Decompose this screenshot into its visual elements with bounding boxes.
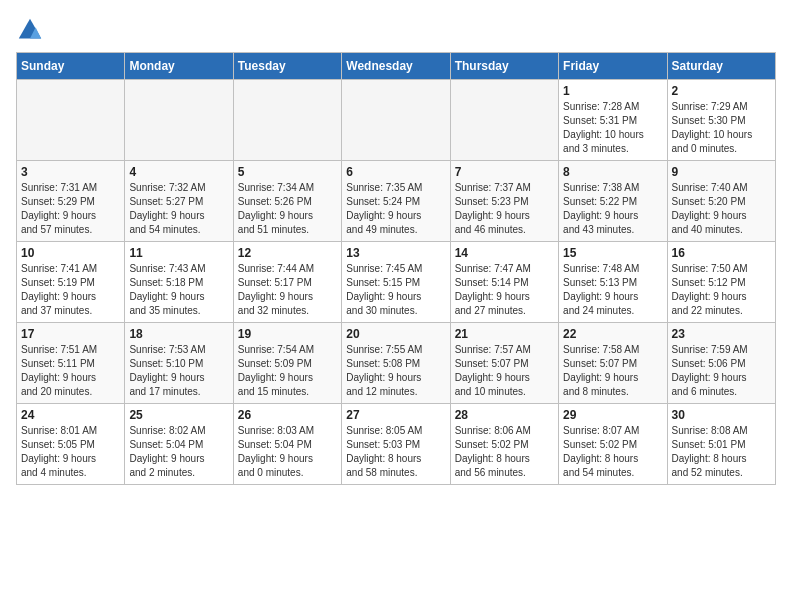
day-number: 27 — [346, 408, 445, 422]
day-number: 13 — [346, 246, 445, 260]
day-info: Sunrise: 7:32 AM Sunset: 5:27 PM Dayligh… — [129, 181, 228, 237]
calendar-cell: 5Sunrise: 7:34 AM Sunset: 5:26 PM Daylig… — [233, 161, 341, 242]
day-info: Sunrise: 7:28 AM Sunset: 5:31 PM Dayligh… — [563, 100, 662, 156]
day-number: 26 — [238, 408, 337, 422]
day-number: 8 — [563, 165, 662, 179]
day-info: Sunrise: 8:07 AM Sunset: 5:02 PM Dayligh… — [563, 424, 662, 480]
day-info: Sunrise: 7:54 AM Sunset: 5:09 PM Dayligh… — [238, 343, 337, 399]
calendar-cell: 18Sunrise: 7:53 AM Sunset: 5:10 PM Dayli… — [125, 323, 233, 404]
day-info: Sunrise: 7:50 AM Sunset: 5:12 PM Dayligh… — [672, 262, 771, 318]
day-number: 16 — [672, 246, 771, 260]
day-info: Sunrise: 7:37 AM Sunset: 5:23 PM Dayligh… — [455, 181, 554, 237]
weekday-header: Tuesday — [233, 53, 341, 80]
calendar-cell: 29Sunrise: 8:07 AM Sunset: 5:02 PM Dayli… — [559, 404, 667, 485]
weekday-header: Saturday — [667, 53, 775, 80]
day-info: Sunrise: 7:57 AM Sunset: 5:07 PM Dayligh… — [455, 343, 554, 399]
calendar-cell: 11Sunrise: 7:43 AM Sunset: 5:18 PM Dayli… — [125, 242, 233, 323]
day-info: Sunrise: 7:38 AM Sunset: 5:22 PM Dayligh… — [563, 181, 662, 237]
day-info: Sunrise: 8:05 AM Sunset: 5:03 PM Dayligh… — [346, 424, 445, 480]
calendar-cell: 26Sunrise: 8:03 AM Sunset: 5:04 PM Dayli… — [233, 404, 341, 485]
day-number: 3 — [21, 165, 120, 179]
calendar-cell: 3Sunrise: 7:31 AM Sunset: 5:29 PM Daylig… — [17, 161, 125, 242]
day-info: Sunrise: 8:02 AM Sunset: 5:04 PM Dayligh… — [129, 424, 228, 480]
calendar-cell: 22Sunrise: 7:58 AM Sunset: 5:07 PM Dayli… — [559, 323, 667, 404]
calendar-cell: 10Sunrise: 7:41 AM Sunset: 5:19 PM Dayli… — [17, 242, 125, 323]
day-info: Sunrise: 7:58 AM Sunset: 5:07 PM Dayligh… — [563, 343, 662, 399]
day-info: Sunrise: 7:29 AM Sunset: 5:30 PM Dayligh… — [672, 100, 771, 156]
calendar-cell — [450, 80, 558, 161]
logo-icon — [16, 16, 44, 44]
day-number: 14 — [455, 246, 554, 260]
day-info: Sunrise: 7:34 AM Sunset: 5:26 PM Dayligh… — [238, 181, 337, 237]
day-info: Sunrise: 7:51 AM Sunset: 5:11 PM Dayligh… — [21, 343, 120, 399]
calendar-cell: 2Sunrise: 7:29 AM Sunset: 5:30 PM Daylig… — [667, 80, 775, 161]
calendar-week-row: 3Sunrise: 7:31 AM Sunset: 5:29 PM Daylig… — [17, 161, 776, 242]
calendar-week-row: 10Sunrise: 7:41 AM Sunset: 5:19 PM Dayli… — [17, 242, 776, 323]
day-number: 17 — [21, 327, 120, 341]
calendar-cell: 27Sunrise: 8:05 AM Sunset: 5:03 PM Dayli… — [342, 404, 450, 485]
day-info: Sunrise: 8:06 AM Sunset: 5:02 PM Dayligh… — [455, 424, 554, 480]
day-number: 12 — [238, 246, 337, 260]
day-info: Sunrise: 7:45 AM Sunset: 5:15 PM Dayligh… — [346, 262, 445, 318]
calendar-cell: 12Sunrise: 7:44 AM Sunset: 5:17 PM Dayli… — [233, 242, 341, 323]
day-number: 1 — [563, 84, 662, 98]
weekday-header: Sunday — [17, 53, 125, 80]
day-info: Sunrise: 8:01 AM Sunset: 5:05 PM Dayligh… — [21, 424, 120, 480]
calendar-cell: 15Sunrise: 7:48 AM Sunset: 5:13 PM Dayli… — [559, 242, 667, 323]
page-header — [16, 16, 776, 44]
calendar-cell — [233, 80, 341, 161]
day-number: 9 — [672, 165, 771, 179]
day-number: 7 — [455, 165, 554, 179]
calendar-cell: 17Sunrise: 7:51 AM Sunset: 5:11 PM Dayli… — [17, 323, 125, 404]
day-number: 4 — [129, 165, 228, 179]
day-number: 5 — [238, 165, 337, 179]
calendar-week-row: 24Sunrise: 8:01 AM Sunset: 5:05 PM Dayli… — [17, 404, 776, 485]
calendar-cell: 28Sunrise: 8:06 AM Sunset: 5:02 PM Dayli… — [450, 404, 558, 485]
calendar-cell: 21Sunrise: 7:57 AM Sunset: 5:07 PM Dayli… — [450, 323, 558, 404]
weekday-header: Thursday — [450, 53, 558, 80]
calendar-cell: 16Sunrise: 7:50 AM Sunset: 5:12 PM Dayli… — [667, 242, 775, 323]
day-number: 2 — [672, 84, 771, 98]
calendar-cell — [342, 80, 450, 161]
day-number: 25 — [129, 408, 228, 422]
calendar-cell: 19Sunrise: 7:54 AM Sunset: 5:09 PM Dayli… — [233, 323, 341, 404]
calendar-cell — [17, 80, 125, 161]
day-number: 15 — [563, 246, 662, 260]
day-number: 20 — [346, 327, 445, 341]
day-info: Sunrise: 7:35 AM Sunset: 5:24 PM Dayligh… — [346, 181, 445, 237]
calendar-cell: 24Sunrise: 8:01 AM Sunset: 5:05 PM Dayli… — [17, 404, 125, 485]
day-number: 29 — [563, 408, 662, 422]
weekday-header: Wednesday — [342, 53, 450, 80]
day-info: Sunrise: 8:08 AM Sunset: 5:01 PM Dayligh… — [672, 424, 771, 480]
calendar-cell: 6Sunrise: 7:35 AM Sunset: 5:24 PM Daylig… — [342, 161, 450, 242]
day-number: 23 — [672, 327, 771, 341]
logo — [16, 16, 48, 44]
day-number: 11 — [129, 246, 228, 260]
calendar-cell: 25Sunrise: 8:02 AM Sunset: 5:04 PM Dayli… — [125, 404, 233, 485]
calendar-cell: 7Sunrise: 7:37 AM Sunset: 5:23 PM Daylig… — [450, 161, 558, 242]
day-info: Sunrise: 7:59 AM Sunset: 5:06 PM Dayligh… — [672, 343, 771, 399]
day-number: 24 — [21, 408, 120, 422]
calendar-week-row: 1Sunrise: 7:28 AM Sunset: 5:31 PM Daylig… — [17, 80, 776, 161]
day-info: Sunrise: 7:47 AM Sunset: 5:14 PM Dayligh… — [455, 262, 554, 318]
calendar-cell — [125, 80, 233, 161]
calendar-cell: 23Sunrise: 7:59 AM Sunset: 5:06 PM Dayli… — [667, 323, 775, 404]
day-number: 18 — [129, 327, 228, 341]
day-info: Sunrise: 8:03 AM Sunset: 5:04 PM Dayligh… — [238, 424, 337, 480]
day-number: 28 — [455, 408, 554, 422]
day-number: 6 — [346, 165, 445, 179]
day-number: 19 — [238, 327, 337, 341]
day-number: 22 — [563, 327, 662, 341]
day-number: 10 — [21, 246, 120, 260]
calendar-cell: 14Sunrise: 7:47 AM Sunset: 5:14 PM Dayli… — [450, 242, 558, 323]
weekday-header: Friday — [559, 53, 667, 80]
day-number: 21 — [455, 327, 554, 341]
calendar-week-row: 17Sunrise: 7:51 AM Sunset: 5:11 PM Dayli… — [17, 323, 776, 404]
calendar-cell: 30Sunrise: 8:08 AM Sunset: 5:01 PM Dayli… — [667, 404, 775, 485]
calendar-header-row: SundayMondayTuesdayWednesdayThursdayFrid… — [17, 53, 776, 80]
calendar: SundayMondayTuesdayWednesdayThursdayFrid… — [16, 52, 776, 485]
calendar-cell: 9Sunrise: 7:40 AM Sunset: 5:20 PM Daylig… — [667, 161, 775, 242]
weekday-header: Monday — [125, 53, 233, 80]
day-info: Sunrise: 7:53 AM Sunset: 5:10 PM Dayligh… — [129, 343, 228, 399]
calendar-cell: 20Sunrise: 7:55 AM Sunset: 5:08 PM Dayli… — [342, 323, 450, 404]
